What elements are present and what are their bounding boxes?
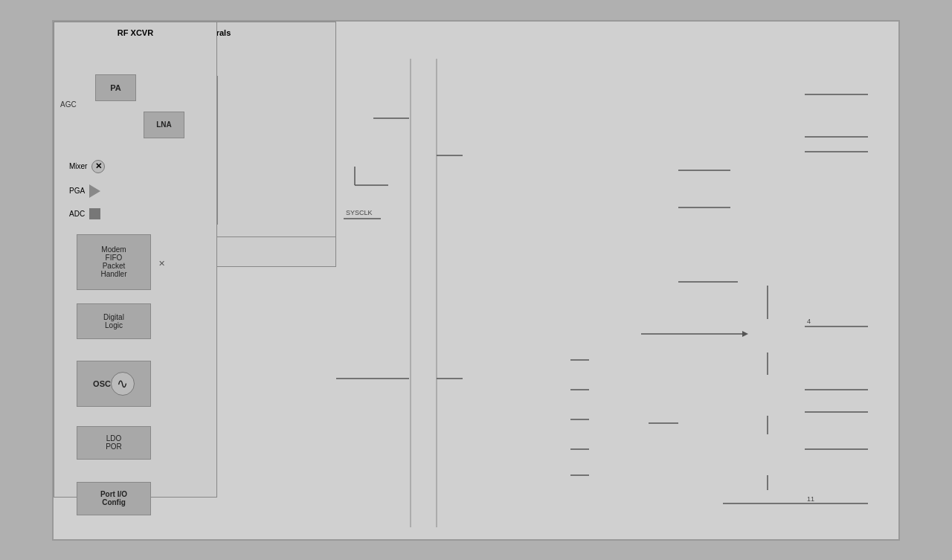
agc-label: AGC — [60, 100, 77, 109]
pa-block: PA — [95, 74, 136, 101]
osc-label: OSC — [93, 379, 111, 388]
svg-text:11: 11 — [807, 495, 814, 503]
svg-marker-53 — [742, 331, 748, 337]
svg-text:4: 4 — [807, 318, 811, 325]
port-io-config-block: Port I/OConfig — [77, 482, 151, 515]
rf-xcvr-title: RF XCVR — [59, 27, 212, 39]
adc-rect — [89, 208, 100, 219]
mixer-circle: ✕ — [91, 160, 105, 173]
main-diagram: Wake Reset C2D — [52, 20, 900, 541]
adc-rf-row: ADC — [69, 208, 100, 219]
osc-wave: ∿ — [111, 372, 135, 396]
pga-triangle — [89, 184, 100, 198]
rf-xcvr-section: RF XCVR PA AGC LNA Mixer ✕ PGA — [54, 22, 217, 498]
pga-row: PGA — [69, 184, 100, 198]
modem-fifo-block: ModemFIFOPacketHandler — [77, 234, 151, 290]
lna-block: LNA — [144, 112, 184, 138]
svg-text:SYSCLK: SYSCLK — [346, 209, 373, 216]
modem-x-mark: ✕ — [158, 259, 165, 268]
mixer-row: Mixer ✕ — [69, 160, 105, 173]
digital-logic-block: DigitalLogic — [77, 303, 151, 339]
osc-block: OSC ∿ — [77, 361, 151, 407]
ldo-por-block: LDOPOR — [77, 426, 151, 460]
